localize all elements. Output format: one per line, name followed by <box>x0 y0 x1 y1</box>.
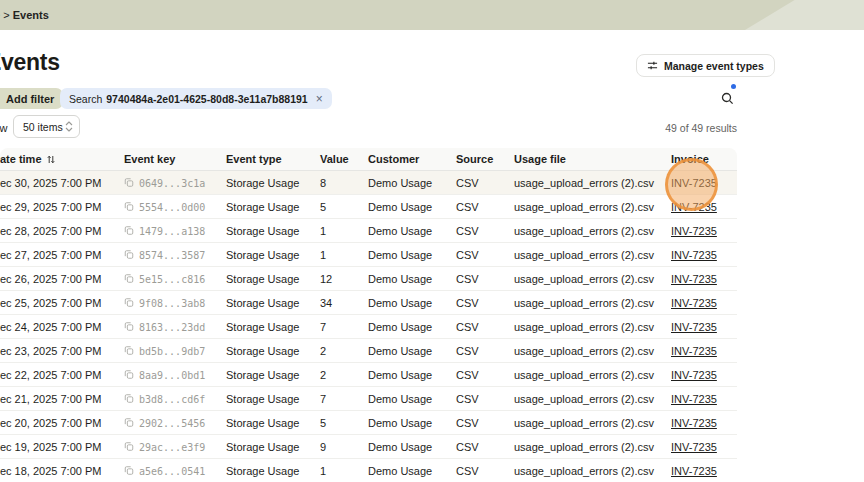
copy-icon[interactable] <box>124 346 134 356</box>
table-row[interactable]: Dec 28, 2025 7:00 PM1479...a138Storage U… <box>0 219 737 243</box>
invoice-link[interactable]: INV-7235 <box>671 177 717 189</box>
cell-customer: Demo Usage <box>368 297 432 309</box>
table-row[interactable]: Dec 30, 2025 7:00 PM0649...3c1aStorage U… <box>0 171 737 195</box>
cell-usage-file: usage_upload_errors (2).csv <box>514 393 654 405</box>
copy-icon[interactable] <box>124 202 134 212</box>
copy-icon[interactable] <box>124 226 134 236</box>
cell-event-type: Storage Usage <box>226 417 299 429</box>
invoice-link[interactable]: INV-7235 <box>671 441 717 453</box>
cell-source: CSV <box>456 321 479 333</box>
cell-event-key: 1479...a138 <box>124 225 205 236</box>
table-row[interactable]: Dec 22, 2025 7:00 PM8aa9...0bd1Storage U… <box>0 363 737 387</box>
search-button[interactable] <box>721 91 734 109</box>
cell-source: CSV <box>456 225 479 237</box>
sort-icon <box>47 155 55 164</box>
manage-event-types-button[interactable]: Manage event types <box>636 54 775 77</box>
copy-icon[interactable] <box>124 250 134 260</box>
cell-event-type: Storage Usage <box>226 201 299 213</box>
copy-icon[interactable] <box>124 418 134 428</box>
cell-customer: Demo Usage <box>368 441 432 453</box>
copy-icon[interactable] <box>124 442 134 452</box>
cell-source: CSV <box>456 201 479 213</box>
cell-date-time: Dec 21, 2025 7:00 PM <box>0 393 101 405</box>
cell-event-type: Storage Usage <box>226 297 299 309</box>
copy-icon[interactable] <box>124 466 134 476</box>
cell-usage-file: usage_upload_errors (2).csv <box>514 417 654 429</box>
invoice-link[interactable]: INV-7235 <box>671 417 717 429</box>
table-row[interactable]: Dec 23, 2025 7:00 PMbd5b...9db7Storage U… <box>0 339 737 363</box>
cell-customer: Demo Usage <box>368 369 432 381</box>
cell-source: CSV <box>456 297 479 309</box>
copy-icon[interactable] <box>124 298 134 308</box>
column-header-event-key: Event key <box>124 153 175 165</box>
cell-usage-file: usage_upload_errors (2).csv <box>514 249 654 261</box>
cell-event-type: Storage Usage <box>226 249 299 261</box>
cell-customer: Demo Usage <box>368 393 432 405</box>
copy-icon[interactable] <box>124 274 134 284</box>
table-row[interactable]: Dec 27, 2025 7:00 PM8574...3587Storage U… <box>0 243 737 267</box>
cell-customer: Demo Usage <box>368 225 432 237</box>
cell-value: 7 <box>320 321 326 333</box>
cell-event-type: Storage Usage <box>226 465 299 477</box>
column-header-date-time[interactable]: Date time <box>0 153 55 165</box>
cell-date-time: Dec 22, 2025 7:00 PM <box>0 369 101 381</box>
invoice-link[interactable]: INV-7235 <box>671 393 717 405</box>
table-row[interactable]: Dec 19, 2025 7:00 PM29ac...e3f9Storage U… <box>0 435 737 459</box>
copy-icon[interactable] <box>124 394 134 404</box>
column-header-value: Value <box>320 153 349 165</box>
invoice-link[interactable]: INV-7235 <box>671 465 717 477</box>
cell-value: 1 <box>320 465 326 477</box>
events-table: Date time Event key Event type Value Cus… <box>0 148 737 482</box>
copy-icon[interactable] <box>124 370 134 380</box>
table-row[interactable]: Dec 25, 2025 7:00 PM9f08...3ab8Storage U… <box>0 291 737 315</box>
table-row[interactable]: Dec 18, 2025 7:00 PMa5e6...0541Storage U… <box>0 459 737 482</box>
invoice-link[interactable]: INV-7235 <box>671 249 717 261</box>
breadcrumb-current[interactable]: Events <box>13 9 49 21</box>
invoice-link[interactable]: INV-7235 <box>671 201 717 213</box>
cell-customer: Demo Usage <box>368 417 432 429</box>
event-key-text: 8163...23dd <box>139 321 205 332</box>
cell-date-time: Dec 18, 2025 7:00 PM <box>0 465 101 477</box>
cell-source: CSV <box>456 393 479 405</box>
add-filter-button[interactable]: Add filter <box>0 88 63 109</box>
event-key-text: 1479...a138 <box>139 225 205 236</box>
cell-usage-file: usage_upload_errors (2).csv <box>514 321 654 333</box>
cell-date-time: Dec 28, 2025 7:00 PM <box>0 225 101 237</box>
invoice-link[interactable]: INV-7235 <box>671 345 717 357</box>
cell-event-key: 8aa9...0bd1 <box>124 369 205 380</box>
event-key-text: 0649...3c1a <box>139 177 205 188</box>
close-icon[interactable]: × <box>316 93 323 105</box>
cell-customer: Demo Usage <box>368 249 432 261</box>
copy-icon[interactable] <box>124 178 134 188</box>
cell-usage-file: usage_upload_errors (2).csv <box>514 297 654 309</box>
cell-source: CSV <box>456 249 479 261</box>
table-row[interactable]: Dec 21, 2025 7:00 PMb3d8...cd6fStorage U… <box>0 387 737 411</box>
event-key-text: 5e15...c816 <box>139 273 205 284</box>
invoice-link[interactable]: INV-7235 <box>671 321 717 333</box>
page-size-select[interactable]: 50 items <box>13 115 80 138</box>
cell-value: 5 <box>320 201 326 213</box>
cell-customer: Demo Usage <box>368 321 432 333</box>
invoice-link[interactable]: INV-7235 <box>671 369 717 381</box>
table-body: Dec 30, 2025 7:00 PM0649...3c1aStorage U… <box>0 171 737 482</box>
invoice-link[interactable]: INV-7235 <box>671 273 717 285</box>
manage-event-types-label: Manage event types <box>664 60 764 72</box>
table-row[interactable]: Dec 20, 2025 7:00 PM2902...5456Storage U… <box>0 411 737 435</box>
cell-event-type: Storage Usage <box>226 441 299 453</box>
page-size-value: 50 items <box>23 121 63 133</box>
cell-date-time: Dec 26, 2025 7:00 PM <box>0 273 101 285</box>
table-row[interactable]: Dec 26, 2025 7:00 PM5e15...c816Storage U… <box>0 267 737 291</box>
table-row[interactable]: Dec 24, 2025 7:00 PM8163...23ddStorage U… <box>0 315 737 339</box>
cell-date-time: Dec 24, 2025 7:00 PM <box>0 321 101 333</box>
search-filter-chip[interactable]: Search 9740484a-2e01-4625-80d8-3e11a7b88… <box>60 88 332 109</box>
invoice-link[interactable]: INV-7235 <box>671 297 717 309</box>
event-key-text: 8aa9...0bd1 <box>139 369 205 380</box>
cell-source: CSV <box>456 273 479 285</box>
invoice-link[interactable]: INV-7235 <box>671 225 717 237</box>
table-row[interactable]: Dec 29, 2025 7:00 PM5554...0d00Storage U… <box>0 195 737 219</box>
cell-value: 1 <box>320 225 326 237</box>
cell-value: 12 <box>320 273 332 285</box>
cell-customer: Demo Usage <box>368 177 432 189</box>
cell-value: 5 <box>320 417 326 429</box>
copy-icon[interactable] <box>124 322 134 332</box>
